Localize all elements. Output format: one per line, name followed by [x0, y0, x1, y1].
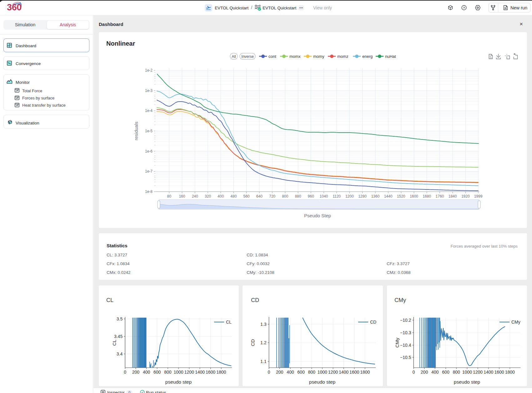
svg-text:0: 0 [124, 370, 126, 375]
svg-text:1400: 1400 [484, 370, 493, 375]
svg-text:1.1: 1.1 [260, 359, 267, 364]
svg-text:1000: 1000 [318, 370, 327, 375]
svg-text:1200: 1200 [328, 370, 338, 375]
svg-text:400: 400 [143, 370, 150, 375]
svg-text:CL: CL [112, 340, 117, 346]
svg-text:1800: 1800 [505, 370, 515, 375]
svg-text:CD: CD [370, 320, 376, 325]
svg-text:600: 600 [153, 370, 161, 375]
svg-text:200: 200 [421, 370, 428, 375]
svg-text:3.45: 3.45 [114, 334, 123, 339]
svg-text:600: 600 [442, 370, 449, 375]
svg-text:400: 400 [287, 370, 294, 375]
svg-text:CL: CL [226, 320, 232, 325]
svg-text:1.2: 1.2 [260, 340, 267, 345]
svg-text:1400: 1400 [195, 370, 205, 375]
svg-text:1600: 1600 [349, 370, 359, 375]
svg-text:3.5: 3.5 [117, 316, 123, 321]
svg-text:CD: CD [250, 339, 255, 346]
svg-text:1800: 1800 [360, 370, 370, 375]
svg-text:1000: 1000 [174, 370, 183, 375]
svg-text:CMy: CMy [511, 320, 520, 325]
svg-text:600: 600 [297, 370, 305, 375]
svg-text:1200: 1200 [473, 370, 483, 375]
svg-text:0: 0 [268, 370, 270, 375]
svg-text:1000: 1000 [462, 370, 472, 375]
svg-text:pseudo step: pseudo step [454, 379, 480, 385]
svg-text:400: 400 [431, 370, 439, 375]
svg-text:1800: 1800 [216, 370, 226, 375]
svg-text:200: 200 [276, 370, 284, 375]
svg-text:−10.2: −10.2 [400, 318, 411, 323]
svg-text:−10.4: −10.4 [400, 343, 411, 348]
svg-text:CMy: CMy [394, 338, 400, 348]
svg-text:−10.5: −10.5 [400, 355, 411, 360]
svg-text:1600: 1600 [494, 370, 504, 375]
svg-text:1.3: 1.3 [260, 322, 267, 327]
svg-text:1600: 1600 [206, 370, 215, 375]
svg-text:800: 800 [308, 370, 315, 375]
svg-text:1200: 1200 [184, 370, 194, 375]
svg-text:−10.3: −10.3 [400, 330, 411, 335]
svg-text:3.4: 3.4 [117, 351, 123, 356]
svg-text:0: 0 [412, 370, 415, 375]
svg-text:pseudo step: pseudo step [309, 379, 335, 385]
svg-text:200: 200 [132, 370, 140, 375]
svg-text:800: 800 [164, 370, 172, 375]
svg-text:1400: 1400 [339, 370, 349, 375]
svg-text:pseudo step: pseudo step [165, 379, 192, 385]
svg-text:800: 800 [453, 370, 460, 375]
